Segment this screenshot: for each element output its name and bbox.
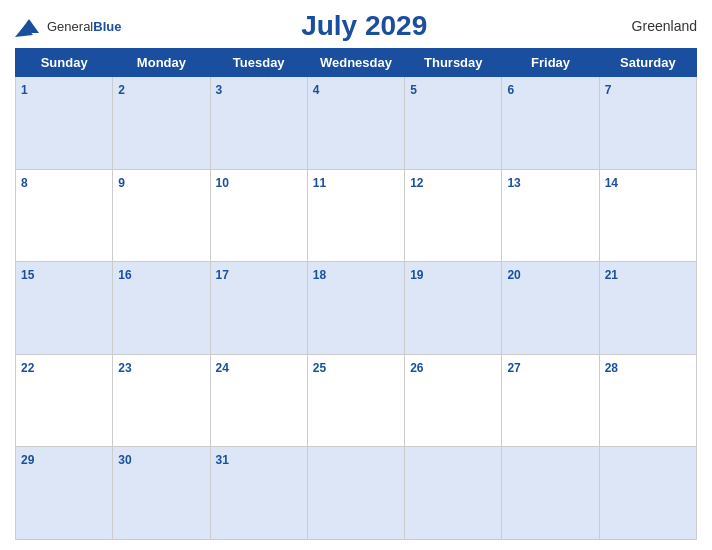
page-header: GeneralBlue July 2029 Greenland (15, 10, 697, 42)
table-row: 11 (307, 169, 404, 262)
day-number: 2 (118, 83, 125, 97)
table-row: 23 (113, 354, 210, 447)
col-sunday: Sunday (16, 49, 113, 77)
calendar-week-row: 22232425262728 (16, 354, 697, 447)
table-row: 15 (16, 262, 113, 355)
day-number: 1 (21, 83, 28, 97)
calendar-week-row: 293031 (16, 447, 697, 540)
table-row: 12 (405, 169, 502, 262)
day-number: 5 (410, 83, 417, 97)
table-row: 25 (307, 354, 404, 447)
table-row: 5 (405, 77, 502, 170)
table-row: 27 (502, 354, 599, 447)
day-number: 24 (216, 361, 229, 375)
day-number: 8 (21, 176, 28, 190)
table-row: 22 (16, 354, 113, 447)
day-number: 25 (313, 361, 326, 375)
table-row: 10 (210, 169, 307, 262)
day-number: 30 (118, 453, 131, 467)
day-number: 15 (21, 268, 34, 282)
table-row: 19 (405, 262, 502, 355)
day-number: 21 (605, 268, 618, 282)
table-row: 26 (405, 354, 502, 447)
table-row: 9 (113, 169, 210, 262)
table-row: 4 (307, 77, 404, 170)
day-number: 9 (118, 176, 125, 190)
table-row: 30 (113, 447, 210, 540)
table-row: 8 (16, 169, 113, 262)
calendar-body: 1234567891011121314151617181920212223242… (16, 77, 697, 540)
calendar-table: Sunday Monday Tuesday Wednesday Thursday… (15, 48, 697, 540)
col-saturday: Saturday (599, 49, 696, 77)
table-row (502, 447, 599, 540)
table-row: 14 (599, 169, 696, 262)
day-number: 19 (410, 268, 423, 282)
day-number: 12 (410, 176, 423, 190)
table-row: 7 (599, 77, 696, 170)
day-number: 6 (507, 83, 514, 97)
calendar-week-row: 891011121314 (16, 169, 697, 262)
table-row: 6 (502, 77, 599, 170)
day-number: 4 (313, 83, 320, 97)
table-row: 18 (307, 262, 404, 355)
table-row: 29 (16, 447, 113, 540)
calendar-title: July 2029 (121, 10, 607, 42)
table-row: 17 (210, 262, 307, 355)
logo: GeneralBlue (15, 15, 121, 37)
table-row (307, 447, 404, 540)
table-row: 28 (599, 354, 696, 447)
day-number: 10 (216, 176, 229, 190)
day-number: 27 (507, 361, 520, 375)
day-number: 16 (118, 268, 131, 282)
day-number: 31 (216, 453, 229, 467)
table-row: 20 (502, 262, 599, 355)
logo-blue-label: Blue (93, 19, 121, 34)
logo-general-label: General (47, 19, 93, 34)
logo-general-text: GeneralBlue (47, 17, 121, 35)
col-friday: Friday (502, 49, 599, 77)
calendar-week-row: 15161718192021 (16, 262, 697, 355)
calendar-header-row: Sunday Monday Tuesday Wednesday Thursday… (16, 49, 697, 77)
day-number: 23 (118, 361, 131, 375)
day-number: 28 (605, 361, 618, 375)
day-number: 17 (216, 268, 229, 282)
table-row: 24 (210, 354, 307, 447)
table-row (405, 447, 502, 540)
table-row: 13 (502, 169, 599, 262)
logo-bird-icon (15, 15, 43, 37)
region-label: Greenland (607, 18, 697, 34)
table-row: 1 (16, 77, 113, 170)
col-wednesday: Wednesday (307, 49, 404, 77)
day-number: 13 (507, 176, 520, 190)
table-row: 3 (210, 77, 307, 170)
col-thursday: Thursday (405, 49, 502, 77)
table-row: 31 (210, 447, 307, 540)
table-row (599, 447, 696, 540)
col-tuesday: Tuesday (210, 49, 307, 77)
table-row: 21 (599, 262, 696, 355)
day-number: 11 (313, 176, 326, 190)
calendar-week-row: 1234567 (16, 77, 697, 170)
day-number: 22 (21, 361, 34, 375)
table-row: 16 (113, 262, 210, 355)
day-number: 26 (410, 361, 423, 375)
day-number: 20 (507, 268, 520, 282)
table-row: 2 (113, 77, 210, 170)
col-monday: Monday (113, 49, 210, 77)
day-number: 3 (216, 83, 223, 97)
day-number: 29 (21, 453, 34, 467)
day-number: 7 (605, 83, 612, 97)
day-number: 18 (313, 268, 326, 282)
day-number: 14 (605, 176, 618, 190)
